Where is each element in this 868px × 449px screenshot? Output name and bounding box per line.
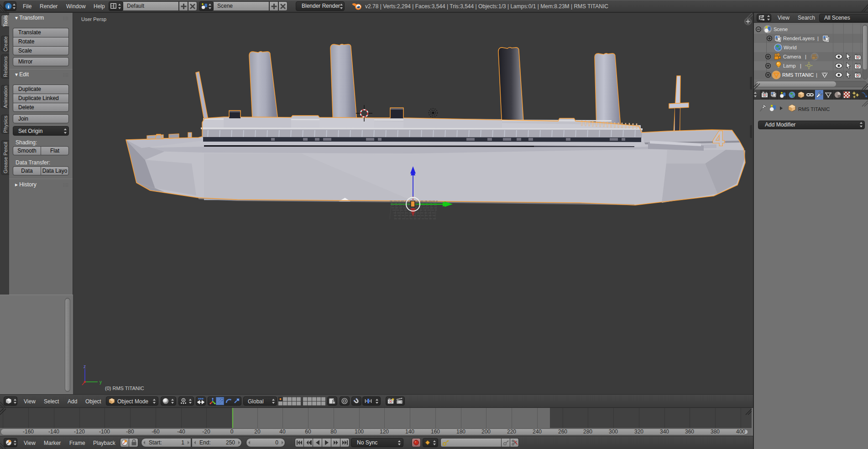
svg-text:z: z — [84, 364, 86, 369]
svg-text:i: i — [8, 4, 9, 9]
svg-text:y: y — [99, 380, 102, 385]
